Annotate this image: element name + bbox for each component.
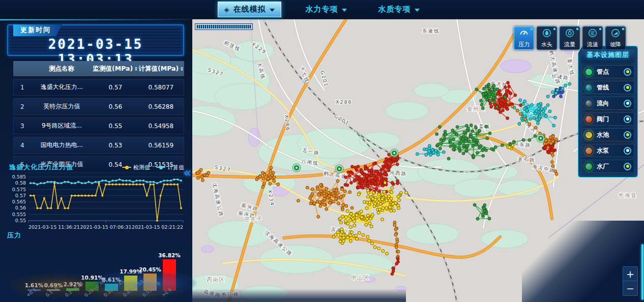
layers-icon: ◈: [224, 6, 230, 13]
legend-item[interactable]: 检测值: [122, 164, 150, 171]
table-row[interactable]: 1逸盛大化压力...0.570.58077: [13, 79, 184, 96]
layer-row-流向[interactable]: 流向: [581, 97, 634, 110]
map-canvas[interactable]: S327稻莲线X229大高线十七线G201X286X286G201东凌线姜大线创…: [192, 19, 644, 302]
layer-icon: [584, 146, 593, 155]
layer-toggle[interactable]: [624, 100, 631, 107]
map-tool-group: 压力水头流量流速坡降: [514, 26, 626, 50]
header-monitored-sort[interactable]: 监测值(MPa)⇕: [93, 65, 138, 73]
row-monitored-value: 0.56: [93, 103, 138, 110]
layer-icon: [584, 83, 593, 92]
nav-tab-label: 在线模拟: [233, 5, 266, 14]
svg-text:中山区: 中山区: [351, 275, 369, 281]
layer-row-阀门[interactable]: 阀门: [581, 112, 634, 126]
svg-text:0.56: 0.56: [15, 205, 26, 210]
bar-column: 10.91%0.28~0.38: [82, 242, 102, 291]
layer-icon: [584, 131, 593, 139]
bar-column: 8.61%0.38~0.45: [102, 242, 121, 291]
row-index: 2: [14, 103, 31, 110]
update-time-panel: 更新时间 2021-03-15 13:03:13: [7, 24, 184, 56]
nav-tab-3[interactable]: 水质专项: [371, 2, 427, 17]
map-tool-label: 水头: [541, 41, 552, 48]
map-tool-label: 流速: [587, 41, 598, 48]
map-tool-pressure-gauge[interactable]: 压力: [514, 26, 534, 50]
layer-icon: [584, 99, 593, 108]
layers-panel-title: 基本设施图层: [581, 49, 634, 63]
layer-row-水池[interactable]: 水池: [581, 128, 634, 141]
layer-icon: [584, 68, 593, 76]
update-time-label: 更新时间: [20, 26, 51, 34]
svg-text:0.55: 0.55: [15, 218, 26, 223]
row-calculated-value: 0.56159: [138, 142, 184, 149]
layer-icon: [584, 162, 593, 171]
svg-text:0.57: 0.57: [15, 193, 26, 198]
svg-text:0.565: 0.565: [12, 199, 26, 204]
map-station-marker[interactable]: [335, 164, 344, 173]
line-chart-legend: 检测值计算值: [122, 164, 184, 171]
flow-rate-icon: [565, 28, 575, 40]
map-tool-label: 坡降: [610, 41, 621, 48]
layer-label: 水厂: [597, 162, 620, 171]
map-scrollbar[interactable]: [641, 244, 643, 300]
layer-row-管点[interactable]: 管点: [581, 65, 634, 78]
sidebar-collapse-button[interactable]: «: [183, 167, 191, 179]
map-station-marker[interactable]: [292, 163, 301, 172]
table-header: 测点名称 监测值(MPa)⇕ 计算值(MPa)⇕: [13, 61, 184, 76]
row-point-name: 逸盛大化压力...: [31, 83, 93, 92]
map-zoom-control: + −: [623, 266, 638, 296]
map-station-marker[interactable]: [390, 148, 399, 158]
svg-text:东凌线: 东凌线: [422, 28, 440, 34]
layer-icon: [584, 115, 593, 124]
table-row[interactable]: 39号路区域流...0.550.54958: [13, 117, 184, 134]
header-point-name: 测点名称: [31, 65, 93, 73]
nav-tab-2[interactable]: 水力专项: [299, 2, 354, 17]
layer-toggle[interactable]: [624, 68, 631, 76]
map-tool-flow-rate[interactable]: 流量: [560, 26, 580, 50]
layer-toggle[interactable]: [624, 131, 631, 139]
nav-tab-1[interactable]: ◈在线模拟: [218, 2, 281, 17]
line-chart: 0.5850.580.5750.570.5650.560.5550.552021…: [5, 173, 186, 233]
header-calculated-sort[interactable]: 计算值(MPa)⇕: [138, 65, 184, 73]
table-row[interactable]: 4国电电力热电...0.530.56159: [13, 137, 184, 154]
legend-item[interactable]: 计算值: [156, 164, 184, 171]
layer-row-水厂[interactable]: 水厂: [581, 160, 634, 173]
zoom-out-button[interactable]: −: [623, 281, 637, 295]
legend-label: 检测值: [133, 164, 150, 171]
svg-text:0.575: 0.575: [12, 187, 26, 192]
chevron-down-icon: [270, 9, 275, 12]
svg-text:0.555: 0.555: [12, 212, 26, 217]
svg-text:X286: X286: [336, 99, 353, 105]
map-area[interactable]: S327稻莲线X229大高线十七线G201X286X286G201东凌线姜大线创…: [192, 19, 644, 302]
map-tool-slope[interactable]: 坡降: [605, 26, 626, 50]
row-point-name: 9号路区域流...: [31, 122, 93, 130]
chevron-down-icon: [342, 9, 347, 12]
zoom-in-button[interactable]: +: [623, 267, 637, 281]
svg-text:长海县: 长海县: [618, 192, 637, 199]
layer-row-管线[interactable]: 管线: [581, 81, 634, 94]
left-sidebar: 更新时间 2021-03-15 13:03:13 测点名称 监测值(MPa)⇕ …: [0, 19, 192, 302]
pressure-gauge-icon: [519, 28, 529, 40]
flow-velocity-icon: [588, 28, 598, 40]
layer-row-水泵[interactable]: 水泵: [581, 144, 634, 157]
row-index: 3: [14, 123, 31, 130]
map-tool-flow-velocity[interactable]: 流速: [582, 26, 603, 50]
table-row[interactable]: 2英特尔压力值0.560.56288: [13, 98, 184, 115]
layer-toggle[interactable]: [624, 147, 631, 155]
map-tool-water-head[interactable]: 水头: [537, 26, 557, 50]
svg-text:甘井子: 甘井子: [244, 216, 262, 223]
layers-list: 管点管线流向阀门水池水泵水厂: [581, 65, 634, 173]
row-point-name: 国电电力热电...: [31, 141, 93, 149]
bar-value-label: 36.82%: [158, 252, 181, 258]
nav-tabs: ◈在线模拟水力专项水质专项: [218, 2, 427, 17]
app-root: ◈在线模拟水力专项水质专项 更新时间 2021-03-15 13:03:13 测…: [0, 0, 644, 302]
bar-chart-title: 压力: [7, 231, 21, 239]
sort-icon: ⇕: [134, 66, 138, 72]
map-station-marker[interactable]: [536, 134, 545, 143]
row-calculated-value: 0.56288: [138, 103, 184, 110]
row-calculated-value: 0.58077: [138, 84, 184, 91]
layer-toggle[interactable]: [624, 84, 631, 92]
layer-toggle[interactable]: [624, 163, 631, 170]
map-tool-label: 压力: [518, 41, 530, 48]
row-monitored-value: 0.57: [93, 84, 138, 91]
layer-label: 管线: [597, 83, 620, 92]
layer-toggle[interactable]: [624, 115, 631, 123]
